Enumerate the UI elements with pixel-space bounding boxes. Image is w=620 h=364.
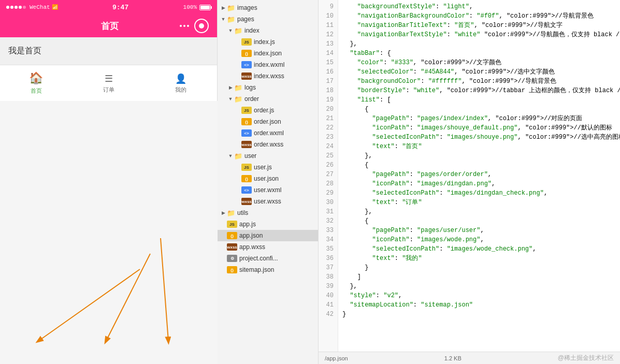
file-name: app.json xyxy=(239,232,263,239)
svg-line-2 xyxy=(106,254,150,341)
phone-simulator: WeChat 📶 9:47 100% 首页 xyxy=(0,0,218,364)
code-line: { xyxy=(342,105,616,114)
line-number: 9 xyxy=(323,2,334,11)
file-item[interactable]: JSindex.js xyxy=(218,36,318,48)
line-number: 16 xyxy=(323,67,334,77)
nav-record-button[interactable] xyxy=(194,19,209,33)
code-line: "selectedIconPath": "images/shouye.png",… xyxy=(342,133,616,142)
line-number: 11 xyxy=(323,21,334,30)
folder-name: user xyxy=(244,152,256,159)
line-number: 26 xyxy=(323,161,334,170)
file-badge: wxss xyxy=(241,141,252,148)
code-line: "iconPath": "images/shouye_default.png",… xyxy=(342,123,616,133)
line-number: 10 xyxy=(323,11,334,21)
file-name: user.wxss xyxy=(254,198,281,205)
code-line: "backgroundColor": "#ffffff", "color:#99… xyxy=(342,77,616,86)
file-badge: JS xyxy=(241,107,252,114)
file-badge: JS xyxy=(241,164,252,171)
phone-nav-bar: 首页 xyxy=(0,14,217,37)
line-number: 27 xyxy=(323,170,334,179)
line-number: 12 xyxy=(323,30,334,39)
file-name: app.js xyxy=(239,221,256,228)
status-right: 100% xyxy=(183,4,211,10)
line-number: 18 xyxy=(323,86,334,95)
file-badge: {} xyxy=(241,118,252,125)
folder-name: images xyxy=(237,4,257,11)
line-number: 31 xyxy=(323,207,334,216)
code-line: "navigationBarBackgroundColor": "#f0f", … xyxy=(342,11,616,21)
code-line: "list": [ xyxy=(342,95,616,105)
file-badge: wxss xyxy=(227,243,237,251)
file-badge: {} xyxy=(241,50,252,57)
folder-item[interactable]: ▶📁utils xyxy=(218,207,318,219)
battery-pct-label: 100% xyxy=(183,4,197,10)
file-item[interactable]: {}index.json xyxy=(218,48,318,59)
code-line: "navigationBarTextStyle": "white" "color… xyxy=(342,30,616,39)
file-badge: {} xyxy=(241,175,252,182)
file-item[interactable]: JSorder.js xyxy=(218,105,318,116)
file-name: project.confi... xyxy=(239,255,278,262)
nav-more-icon[interactable] xyxy=(180,25,189,27)
code-filesize: 1.2 KB xyxy=(444,355,462,361)
folder-icon: 📁 xyxy=(234,152,242,160)
file-item[interactable]: wxssapp.wxss xyxy=(218,241,318,253)
folder-name: logs xyxy=(244,84,256,91)
record-icon xyxy=(199,23,204,28)
file-name: user.js xyxy=(254,164,272,171)
folder-item[interactable]: ▼📁order xyxy=(218,93,318,105)
file-name: index.wxml xyxy=(254,61,284,68)
code-line: } xyxy=(342,263,616,272)
line-number: 17 xyxy=(323,77,334,86)
file-badge: <> xyxy=(241,186,252,194)
code-line: }, xyxy=(342,151,616,161)
file-item[interactable]: <>order.wxml xyxy=(218,127,318,139)
line-number: 23 xyxy=(323,133,334,142)
folder-arrow: ▼ xyxy=(220,17,227,22)
folder-icon: 📁 xyxy=(227,16,235,23)
file-item[interactable]: JSuser.js xyxy=(218,162,318,173)
code-line: "iconPath": "images/dingdan.png", xyxy=(342,179,616,188)
file-item[interactable]: {}user.json xyxy=(218,173,318,184)
file-badge: wxss xyxy=(241,198,252,205)
phone-panel: WeChat 📶 9:47 100% 首页 xyxy=(0,0,218,101)
line-number: 28 xyxy=(323,179,334,188)
tab-order-label: 订单 xyxy=(103,86,114,94)
carrier-label: WeChat xyxy=(30,4,50,10)
mine-icon: 👤 xyxy=(175,73,186,84)
line-number: 35 xyxy=(323,244,334,254)
folder-item[interactable]: ▶📁images xyxy=(218,2,318,13)
code-content: 9101112131415161718192021222324252627282… xyxy=(319,0,620,352)
code-line: }, xyxy=(342,207,616,216)
folder-item[interactable]: ▼📁pages xyxy=(218,13,318,25)
tab-order[interactable]: ☰ 订单 xyxy=(73,73,145,94)
file-item[interactable]: JSapp.js xyxy=(218,219,318,230)
file-item[interactable]: wxssorder.wxss xyxy=(218,139,318,150)
tab-home[interactable]: 🏠 首页 xyxy=(0,71,73,95)
folder-item[interactable]: ▼📁index xyxy=(218,25,318,36)
file-item[interactable]: {}app.json xyxy=(218,230,318,241)
file-badge: {} xyxy=(227,266,237,273)
line-number: 38 xyxy=(323,272,334,282)
file-item[interactable]: ⚙project.confi... xyxy=(218,253,318,264)
file-item[interactable]: {}order.json xyxy=(218,116,318,127)
line-number: 34 xyxy=(323,235,334,244)
file-name: index.js xyxy=(254,38,275,46)
code-panel: 9101112131415161718192021222324252627282… xyxy=(319,0,620,364)
status-time: 9:47 xyxy=(112,4,128,11)
file-badge: wxss xyxy=(241,72,252,80)
file-item[interactable]: <>index.wxml xyxy=(218,59,318,70)
file-item[interactable]: wxssuser.wxss xyxy=(218,196,318,207)
tab-mine[interactable]: 👤 我的 xyxy=(145,73,217,94)
file-item[interactable]: wxssindex.wxss xyxy=(218,70,318,82)
nav-icons xyxy=(180,19,209,33)
nav-title: 首页 xyxy=(101,20,119,32)
file-item[interactable]: <>user.wxml xyxy=(218,184,318,196)
code-line: "borderStyle": "white", "color:#999">//t… xyxy=(342,86,616,95)
line-number: 33 xyxy=(323,226,334,235)
line-number: 24 xyxy=(323,142,334,151)
folder-item[interactable]: ▼📁user xyxy=(218,150,318,162)
file-item[interactable]: {}sitemap.json xyxy=(218,264,318,275)
code-line: "style": "v2", xyxy=(342,291,616,300)
folder-arrow: ▼ xyxy=(227,96,234,101)
folder-item[interactable]: ▶📁logs xyxy=(218,82,318,93)
